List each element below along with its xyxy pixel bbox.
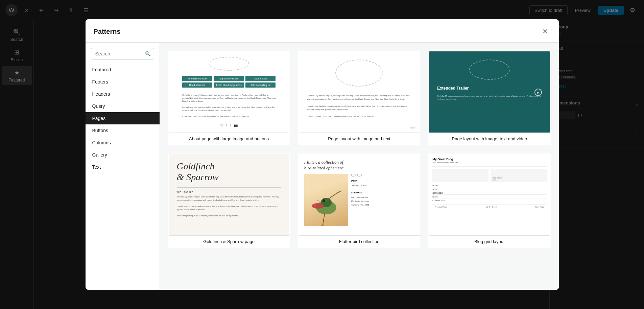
- p6-divider-2: [432, 204, 546, 205]
- pattern-label-blog: Blog grid layout: [429, 235, 550, 247]
- modal-close-button[interactable]: ✕: [540, 26, 551, 37]
- modal-content-area: Purchase my work Support my studio Take …: [160, 43, 559, 290]
- p6-prev-label: ← Previous Page: [432, 206, 447, 208]
- search-wrapper-inner: 🔍: [91, 48, 154, 60]
- p3-title: Extended Trailer: [437, 86, 542, 91]
- svg-point-2: [312, 203, 324, 209]
- modal-nav-buttons[interactable]: Buttons: [86, 124, 160, 137]
- svg-line-3: [323, 214, 325, 224]
- svg-point-6: [323, 199, 325, 202]
- p6-site-title: My Great Blog: [432, 158, 546, 161]
- modal-nav-text-label: Text: [92, 164, 101, 170]
- pattern-preview-goldfinch: Goldfinch& Sparrow WELCOME Oh hello. My …: [169, 154, 289, 235]
- p5-glasses-right: [357, 174, 362, 176]
- p5-title: Flutter, a collection ofbird-related eph…: [304, 160, 414, 171]
- modal-search-wrapper: 🔍: [86, 48, 160, 64]
- modal-nav-query[interactable]: Query: [86, 100, 160, 112]
- modal-nav-columns[interactable]: Columns: [86, 137, 160, 149]
- modal-nav-footers-label: Footers: [92, 79, 108, 85]
- p6-box-1: [432, 169, 488, 182]
- modal-nav-headers[interactable]: Headers: [86, 88, 160, 100]
- svg-line-4: [319, 224, 323, 226]
- p3-dashed-shape: [469, 60, 510, 80]
- modal-nav-headers-label: Headers: [92, 91, 110, 97]
- pattern-preview-about: Purchase my work Support my studio Take …: [169, 51, 289, 133]
- modal-title: Patterns: [94, 28, 121, 35]
- p6-nav-services: SERVICES: [432, 192, 546, 195]
- pattern-label-image-text-video: Page layout with image, text and video: [429, 133, 550, 145]
- modal-nav-pages-label: Pages: [92, 116, 106, 121]
- facebook-icon: f: [226, 123, 227, 127]
- pattern-card-image-text[interactable]: Oh hello. My name's Angela, and I operat…: [298, 51, 420, 145]
- p1-preview: Purchase my work Support my studio Take …: [169, 51, 289, 133]
- p1-btn-5: Learn about my process: [214, 82, 244, 88]
- p4-divider: [177, 187, 281, 188]
- pattern-preview-blog: My Great Blog Just another WordPress sit…: [429, 154, 550, 235]
- pattern-card-image-text-video[interactable]: Extended Trailer Oh hello. My name's Ang…: [428, 51, 550, 145]
- p6-page-numbers: 1 2 3 4 5 ... 8: [448, 206, 534, 208]
- p2-dashed-shape: [335, 60, 383, 87]
- p6-box-2: hello world! 10.20.22: [491, 169, 547, 182]
- modal-nav-featured[interactable]: Featured: [86, 64, 160, 76]
- p1-btn-grid: Purchase my work Support my studio Take …: [182, 76, 276, 88]
- modal-sidebar: 🔍 Featured Footers Headers Query Pages: [86, 43, 160, 290]
- p1-dashed-circle: [209, 57, 249, 71]
- p4-preview: Goldfinch& Sparrow WELCOME Oh hello. My …: [169, 154, 289, 235]
- p2-watermark: ⊙txt: [410, 126, 416, 130]
- p1-text-content: Oh hello. My name's Angela, and I operat…: [182, 94, 276, 118]
- p5-location-value: The Grand Theater154 Eastern AvenueMaryl…: [351, 196, 414, 207]
- p1-social-icons: W f t 📷: [220, 123, 238, 127]
- pattern-label-flutter: Flutter bird collection: [299, 235, 420, 247]
- p6-divider-1: [432, 166, 546, 167]
- p1-btn-1: Purchase my work: [182, 76, 213, 81]
- modal-nav-buttons-label: Buttons: [92, 128, 108, 133]
- wordpress-social-icon: W: [220, 123, 223, 127]
- pattern-card-blog[interactable]: My Great Blog Just another WordPress sit…: [428, 153, 550, 248]
- modal-nav-text[interactable]: Text: [86, 161, 160, 173]
- p5-preview: Flutter, a collection ofbird-related eph…: [299, 154, 420, 235]
- p2-preview: Oh hello. My name's Angela, and I operat…: [299, 51, 420, 133]
- patterns-modal: Patterns ✕ 🔍 Featured Footers: [86, 19, 559, 290]
- search-icon: 🔍: [145, 51, 151, 56]
- modal-nav-query-label: Query: [92, 103, 105, 109]
- p6-date-sub: 10.20.22: [492, 179, 545, 181]
- p5-date-label: Date: [351, 179, 414, 183]
- p6-next-label: Next Page →: [535, 206, 547, 208]
- p3-play-button[interactable]: ▶: [534, 89, 542, 96]
- p4-welcome: WELCOME: [177, 191, 281, 193]
- pattern-card-goldfinch[interactable]: Goldfinch& Sparrow WELCOME Oh hello. My …: [168, 153, 290, 248]
- pattern-card-about[interactable]: Purchase my work Support my studio Take …: [168, 51, 290, 145]
- modal-overlay: Patterns ✕ 🔍 Featured Footers: [0, 0, 644, 309]
- p2-text: Oh hello. My name's Angela, and I operat…: [307, 94, 411, 118]
- modal-header: Patterns ✕: [86, 19, 559, 43]
- modal-nav-columns-label: Columns: [92, 140, 111, 145]
- patterns-grid: Purchase my work Support my studio Take …: [168, 51, 551, 248]
- modal-nav-footers[interactable]: Footers: [86, 76, 160, 88]
- p5-bird-image: [304, 174, 348, 226]
- p6-preview: My Great Blog Just another WordPress sit…: [429, 154, 550, 235]
- p5-content: Date February 12 2021 Location The Grand…: [304, 174, 414, 230]
- p5-glasses-left: [351, 174, 356, 176]
- svg-line-5: [323, 224, 326, 226]
- p5-location-label: Location: [351, 190, 414, 195]
- modal-nav-pages[interactable]: Pages: [86, 112, 160, 124]
- pattern-card-flutter[interactable]: Flutter, a collection ofbird-related eph…: [298, 153, 420, 248]
- modal-body: 🔍 Featured Footers Headers Query Pages: [86, 43, 559, 290]
- instagram-icon: 📷: [234, 123, 238, 127]
- p6-nav-about: ABOUT: [432, 188, 546, 191]
- p6-grid: hello world! 10.20.22: [432, 169, 546, 182]
- modal-nav-gallery[interactable]: Gallery: [86, 149, 160, 161]
- bird-svg: [304, 174, 348, 226]
- p1-btn-3: Take a class: [245, 76, 276, 81]
- p6-nav-contact: CONTACT US: [432, 199, 546, 202]
- modal-search-input[interactable]: [91, 48, 154, 60]
- modal-nav-featured-label: Featured: [92, 67, 111, 72]
- p1-btn-4: Read about me: [182, 82, 213, 88]
- p5-date-value: February 12 2021: [351, 184, 414, 188]
- p6-nav-home: HOME: [432, 184, 546, 187]
- p1-btn-2: Support my studio: [214, 76, 244, 81]
- pattern-label-about: About page with large image and buttons: [169, 133, 289, 145]
- pattern-label-image-text: Page layout with image and text: [299, 133, 420, 145]
- modal-nav-gallery-label: Gallery: [92, 152, 107, 158]
- pattern-label-goldfinch: Goldfinch & Sparrow page: [169, 235, 289, 247]
